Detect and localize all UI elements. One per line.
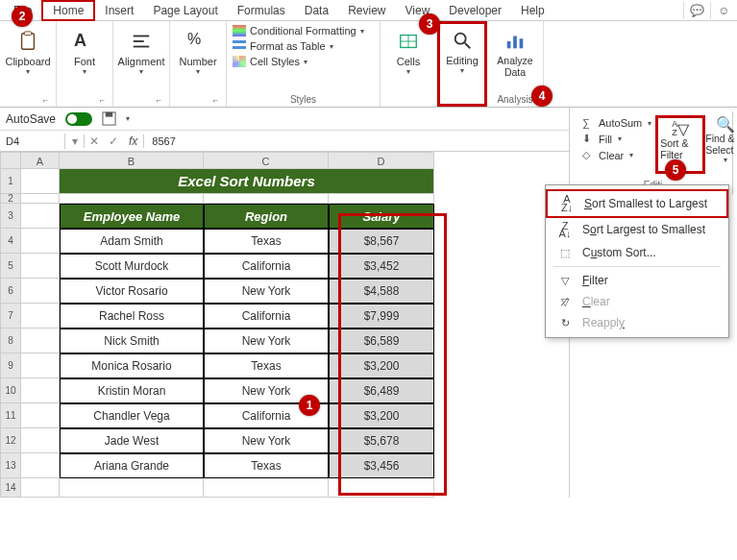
cell[interactable] xyxy=(21,204,60,229)
cell[interactable] xyxy=(21,304,60,329)
menu-sort-asc[interactable]: AZ↓ SSort Smallest to Largestort Smalles… xyxy=(546,189,728,218)
cell-styles-button[interactable]: Cell Styles ▾ xyxy=(233,56,374,67)
autosave-toggle[interactable] xyxy=(65,112,92,126)
name-box[interactable]: D4 xyxy=(0,134,65,149)
cell-employee[interactable]: Victor Rosario xyxy=(60,279,204,304)
cell-salary[interactable]: $4,588 xyxy=(329,279,434,304)
dialog-launcher-icon[interactable]: ⌐ xyxy=(43,95,48,105)
header-employee[interactable]: Employee Name xyxy=(60,204,204,229)
tab-help[interactable]: Help xyxy=(511,2,554,19)
cell-salary[interactable]: $7,999 xyxy=(329,304,434,329)
qat-dropdown-icon[interactable]: ▾ xyxy=(126,114,130,123)
cell-employee[interactable]: Ariana Grande xyxy=(60,453,204,478)
row-header[interactable]: 7 xyxy=(0,304,21,329)
cell-salary[interactable]: $3,452 xyxy=(329,254,434,279)
clipboard-button[interactable]: Clipboard ▾ xyxy=(6,25,50,76)
menu-filter[interactable]: ▽ Filter xyxy=(546,270,728,291)
select-all-corner[interactable] xyxy=(0,152,21,169)
format-as-table-button[interactable]: Format as Table ▾ xyxy=(233,40,374,52)
cell[interactable] xyxy=(21,254,60,279)
row-header[interactable]: 14 xyxy=(0,478,21,498)
dialog-launcher-icon[interactable]: ⌐ xyxy=(157,95,161,105)
cell-region[interactable]: Texas xyxy=(204,229,329,254)
cell-salary[interactable]: $5,678 xyxy=(329,428,434,453)
row-header[interactable]: 10 xyxy=(0,378,21,403)
cell-region[interactable]: California xyxy=(204,254,329,279)
row-header[interactable]: 4 xyxy=(0,229,21,254)
enter-formula-icon[interactable]: ✓ xyxy=(104,134,123,148)
formula-input[interactable]: 8567 xyxy=(144,134,569,149)
conditional-formatting-button[interactable]: Conditional Formatting ▾ xyxy=(233,25,374,37)
cell-employee[interactable]: Nick Smith xyxy=(60,329,204,353)
cell-region[interactable]: New York xyxy=(204,329,329,353)
cell-employee[interactable]: Jade West xyxy=(60,428,204,453)
cell[interactable] xyxy=(21,353,60,378)
header-region[interactable]: Region xyxy=(204,204,329,229)
cell[interactable] xyxy=(21,279,60,304)
cell[interactable] xyxy=(21,478,60,498)
cell-employee[interactable]: Adam Smith xyxy=(60,229,204,254)
tab-review[interactable]: Review xyxy=(338,2,395,19)
row-header[interactable]: 9 xyxy=(0,353,21,378)
row-header[interactable]: 6 xyxy=(0,279,21,304)
cell[interactable] xyxy=(21,403,60,428)
col-header-b[interactable]: B xyxy=(60,152,204,169)
cell[interactable] xyxy=(329,478,434,498)
tab-formulas[interactable]: Formulas xyxy=(228,2,295,19)
menu-clear[interactable]: ▽̸ Clear xyxy=(546,291,728,312)
cell[interactable] xyxy=(21,428,60,453)
cell-salary[interactable]: $3,456 xyxy=(329,453,434,478)
cell[interactable] xyxy=(21,329,60,353)
header-salary[interactable]: Salary xyxy=(329,204,434,229)
col-header-d[interactable]: D xyxy=(329,152,434,169)
cell[interactable] xyxy=(204,194,329,204)
clear-button[interactable]: ◇Clear ▾ xyxy=(579,147,651,163)
dialog-launcher-icon[interactable]: ⌐ xyxy=(100,95,105,105)
worksheet[interactable]: 1 A B C D 1 Excel Sort Numbers 2 xyxy=(0,152,569,498)
fx-icon[interactable]: fx xyxy=(123,134,144,148)
cell-region[interactable]: Texas xyxy=(204,353,329,378)
tab-home[interactable]: Home xyxy=(41,0,95,21)
analyze-data-button[interactable]: Analyze Data xyxy=(493,25,537,78)
cell[interactable] xyxy=(204,478,329,498)
cell[interactable] xyxy=(21,169,60,194)
tab-insert[interactable]: Insert xyxy=(95,2,143,19)
row-header[interactable]: 11 xyxy=(0,403,21,428)
cell[interactable] xyxy=(329,194,434,204)
row-header[interactable]: 8 xyxy=(0,329,21,353)
cell-salary[interactable]: $6,489 xyxy=(329,378,434,403)
menu-reapply[interactable]: ↻ Reapply xyxy=(546,312,728,333)
row-header[interactable]: 5 xyxy=(0,254,21,279)
editing-button[interactable]: Editing ▾ xyxy=(440,24,484,75)
cell[interactable] xyxy=(21,378,60,403)
row-header[interactable]: 2 xyxy=(0,194,21,204)
autosum-button[interactable]: ∑AutoSum ▾ xyxy=(579,115,651,131)
cell-salary[interactable]: $3,200 xyxy=(329,353,434,378)
cell-salary[interactable]: $6,589 xyxy=(329,329,434,353)
cell-employee[interactable]: Monica Rosario xyxy=(60,353,204,378)
cell-region[interactable]: Texas xyxy=(204,453,329,478)
cell-salary[interactable]: $3,200 xyxy=(329,403,434,428)
col-header-a[interactable]: A xyxy=(21,152,60,169)
cell-salary[interactable]: $8,567 xyxy=(329,229,434,254)
name-box-dropdown-icon[interactable]: ▾ xyxy=(65,134,85,148)
row-header[interactable]: 1 xyxy=(0,169,21,194)
sheet-title-cell[interactable]: Excel Sort Numbers xyxy=(60,169,434,194)
fill-button[interactable]: ⬇Fill ▾ xyxy=(579,131,651,147)
tab-page-layout[interactable]: Page Layout xyxy=(143,2,227,19)
cell[interactable] xyxy=(60,194,204,204)
find-select-button[interactable]: 🔍 Find & Select▾ xyxy=(705,115,737,174)
comments-icon[interactable]: 💬 xyxy=(683,2,710,19)
menu-custom-sort[interactable]: ⬚ Custom Sort... xyxy=(546,242,728,263)
cell-employee[interactable]: Chandler Vega xyxy=(60,403,204,428)
row-header[interactable]: 13 xyxy=(0,453,21,478)
cell-employee[interactable]: Rachel Ross xyxy=(60,304,204,329)
col-header-c[interactable]: C xyxy=(204,152,329,169)
menu-sort-desc[interactable]: ZA↓ Sort Largest to Smallest xyxy=(546,218,728,243)
cell-region[interactable]: New York xyxy=(204,279,329,304)
cell-employee[interactable]: Kristin Moran xyxy=(60,378,204,403)
cell[interactable] xyxy=(21,194,60,204)
tab-developer[interactable]: Developer xyxy=(439,2,511,19)
font-button[interactable]: A Font ▾ xyxy=(62,25,107,76)
cell-employee[interactable]: Scott Murdock xyxy=(60,254,204,279)
